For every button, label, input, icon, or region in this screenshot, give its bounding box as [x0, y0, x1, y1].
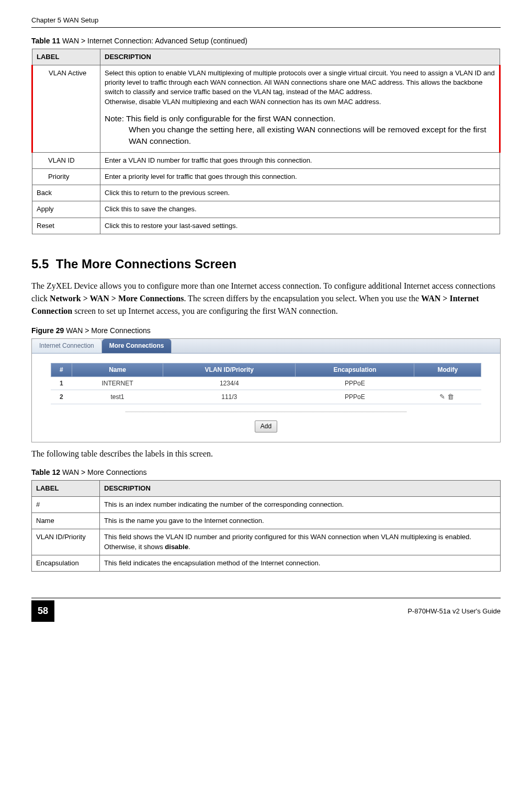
table11-note: Note: This field is only configurable fo… [105, 113, 495, 147]
table11-col-desc: DESCRIPTION [100, 49, 500, 65]
table12-num: Table 12 [31, 468, 60, 476]
fig-cell-modify: ✎🗑 [414, 390, 481, 404]
para-part: screen to set up Internet access, you ar… [72, 306, 338, 315]
table11-label: VLAN Active [37, 69, 86, 77]
table11-desc: Enter a priority level for traffic that … [100, 168, 500, 185]
table11-label: Priority [37, 173, 69, 180]
table12-row: # This is an index number indicating the… [32, 497, 501, 513]
page-header: Chapter 5 WAN Setup [31, 16, 501, 28]
fig-col-modify: Modify [414, 363, 481, 377]
table12-desc: This is an index number indicating the n… [100, 497, 501, 513]
table11: LABEL DESCRIPTION VLAN Active Select thi… [31, 49, 501, 234]
fig-col-encap: Encapsulation [296, 363, 414, 377]
table11-label: Apply [32, 201, 100, 218]
table12-caption: Table 12 WAN > More Connections [31, 468, 501, 478]
fig-row: 1 INTERNET 1234/4 PPPoE [51, 377, 481, 390]
tab-internet-connection[interactable]: Internet Connection [32, 339, 102, 353]
fig-col-name: Name [72, 363, 163, 377]
page-footer: 58 P-870HW-51a v2 User's Guide [31, 598, 501, 622]
table12-desc-text: This field shows the VLAN ID number and … [104, 533, 471, 550]
divider [126, 412, 406, 412]
table11-label: Reset [32, 218, 100, 234]
table11-note-lead: Note: This field is only configurable fo… [105, 114, 335, 123]
fig-cell-num: 1 [51, 377, 72, 390]
chapter-title: Chapter 5 WAN Setup [31, 16, 98, 25]
table11-label: Back [32, 185, 100, 201]
table11-row-reset: Reset Click this to restore your last-sa… [32, 218, 500, 234]
edit-icon[interactable]: ✎ [439, 393, 447, 401]
table12-label: VLAN ID/Priority [32, 529, 100, 555]
paragraph-after-figure: The following table describes the labels… [31, 448, 501, 460]
table11-desc: Enter a VLAN ID number for traffic that … [100, 152, 500, 168]
section-paragraph: The ZyXEL Device allows you to configure… [31, 280, 501, 317]
table11-caption: Table 11 WAN > Internet Connection: Adva… [31, 36, 501, 47]
figure29-num: Figure 29 [31, 326, 64, 335]
add-button[interactable]: Add [255, 420, 277, 432]
guide-name: P-870HW-51a v2 User's Guide [408, 607, 501, 616]
table11-num: Table 11 [31, 37, 60, 45]
table12-row: Encapsulation This field indicates the e… [32, 555, 501, 571]
page-number: 58 [31, 600, 54, 622]
table12: LABEL DESCRIPTION # This is an index num… [31, 480, 501, 572]
table12-desc: This field indicates the encapsulation m… [100, 555, 501, 571]
tabbar: Internet Connection More Connections [32, 339, 500, 354]
table11-desc-p1: Select this option to enable VLAN multip… [105, 69, 495, 96]
add-button-row: Add [32, 420, 500, 432]
fig-row: 2 test1 111/3 PPPoE ✎🗑 [51, 390, 481, 404]
table12-desc: This field shows the VLAN ID number and … [100, 529, 501, 555]
section-number: 5.5 [31, 257, 49, 271]
section-heading: 5.5 The More Connections Screen [31, 255, 501, 273]
fig-cell-name: test1 [72, 390, 163, 404]
fig-cell-name: INTERNET [72, 377, 163, 390]
table12-title: WAN > More Connections [60, 468, 147, 476]
table12-label: # [32, 497, 100, 513]
fig-cell-num: 2 [51, 390, 72, 404]
table12-row: VLAN ID/Priority This field shows the VL… [32, 529, 501, 555]
table11-row-priority: Priority Enter a priority level for traf… [32, 168, 500, 185]
figure29-caption: Figure 29 WAN > More Connections [31, 326, 501, 336]
table11-desc: Click this to restore your last-saved se… [100, 218, 500, 234]
fig-cell-encap: PPPoE [296, 377, 414, 390]
table11-row-back: Back Click this to return to the previou… [32, 185, 500, 201]
tab-more-connections[interactable]: More Connections [102, 339, 172, 353]
table11-desc: Click this to return to the previous scr… [100, 185, 500, 201]
fig-cell-vlan: 1234/4 [163, 377, 296, 390]
table11-label: VLAN ID [37, 156, 75, 164]
fig-cell-encap: PPPoE [296, 390, 414, 404]
figure29-table: # Name VLAN ID/Priority Encapsulation Mo… [51, 363, 481, 405]
table12-label: Name [32, 513, 100, 529]
table11-col-label: LABEL [32, 49, 100, 65]
figure29-screenshot: Internet Connection More Connections # N… [31, 338, 501, 442]
table11-title: WAN > Internet Connection: Advanced Setu… [60, 37, 247, 45]
fig-cell-modify [414, 377, 481, 390]
table12-col-desc: DESCRIPTION [100, 480, 501, 496]
para-part: . The screen differs by the encapsulatio… [184, 294, 421, 303]
table12-col-label: LABEL [32, 480, 100, 496]
table12-label: Encapsulation [32, 555, 100, 571]
fig-cell-vlan: 111/3 [163, 390, 296, 404]
para-bold: Network > WAN > More Connections [50, 294, 184, 303]
table11-row-vlan-active: VLAN Active Select this option to enable… [32, 65, 500, 152]
fig-col-vlan: VLAN ID/Priority [163, 363, 296, 377]
table12-row: Name This is the name you gave to the In… [32, 513, 501, 529]
table11-row-vlan-id: VLAN ID Enter a VLAN ID number for traff… [32, 152, 500, 168]
fig-col-num: # [51, 363, 72, 377]
figure29-title: WAN > More Connections [64, 326, 151, 335]
table11-desc-p2: Otherwise, disable VLAN multiplexing and… [105, 98, 381, 106]
table11-desc: Click this to save the changes. [100, 201, 500, 218]
delete-icon[interactable]: 🗑 [447, 393, 456, 401]
table12-desc: This is the name you gave to the Interne… [100, 513, 501, 529]
section-title: The More Connections Screen [56, 257, 236, 271]
table11-row-apply: Apply Click this to save the changes. [32, 201, 500, 218]
table11-note-rest: When you change the setting here, all ex… [105, 124, 495, 146]
